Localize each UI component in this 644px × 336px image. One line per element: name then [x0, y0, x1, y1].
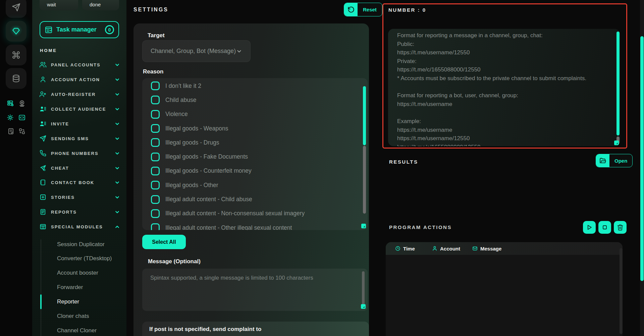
- reason-list-scrollbar-track[interactable]: [363, 146, 366, 214]
- placeholder-line: Private:: [397, 58, 607, 67]
- table-scrollbar-track[interactable]: [620, 248, 623, 334]
- rail-gem-button[interactable]: [6, 21, 26, 42]
- reason-row[interactable]: Illegal adult content - Non-consensual s…: [142, 207, 368, 221]
- number-input-textarea[interactable]: Format for reporting a message in a chan…: [388, 29, 620, 146]
- submenu-active-indicator: [40, 294, 42, 309]
- reason-row[interactable]: Illegal adult content - Other illegal se…: [142, 221, 368, 230]
- webcam-icon[interactable]: [18, 100, 25, 107]
- reason-checkbox[interactable]: [151, 124, 160, 133]
- reason-checkbox[interactable]: [151, 209, 160, 218]
- submenu-reporter[interactable]: Reporter: [57, 298, 79, 305]
- chevron-down-icon: [236, 48, 242, 54]
- number-scrollbar-thumb[interactable]: [616, 32, 620, 135]
- reason-row[interactable]: Illegal goods - Fake Documents: [142, 150, 368, 164]
- icon-rail: [0, 0, 32, 336]
- delete-button[interactable]: [614, 221, 627, 234]
- reason-row[interactable]: Child abuse: [142, 93, 368, 107]
- sidebar-item-label: PANEL ACCOUNTS: [51, 62, 110, 67]
- play-button[interactable]: [583, 221, 596, 234]
- reason-row[interactable]: Illegal adult content - Child abuse: [142, 192, 368, 206]
- number-resize-handle[interactable]: [614, 141, 619, 145]
- reason-checkbox[interactable]: [151, 223, 160, 230]
- user-icon: [432, 246, 437, 251]
- reason-option-label: Child abuse: [165, 97, 196, 104]
- page-scrollbar-thumb[interactable]: [640, 36, 644, 281]
- trash-icon: [617, 224, 624, 231]
- submenu-forwarder[interactable]: Forwarder: [57, 284, 83, 291]
- reason-row[interactable]: Illegal goods - Counterfeit money: [142, 164, 368, 178]
- rail-send-button[interactable]: [6, 0, 26, 18]
- target-select[interactable]: Channel, Group, Bot (Message): [142, 40, 251, 62]
- sidebar-item-contact-book[interactable]: CONTACT BOOK: [40, 178, 120, 186]
- reason-checkbox[interactable]: [151, 153, 160, 161]
- submenu-guideline: [41, 239, 41, 336]
- reason-list[interactable]: I don’t like it 2 Child abuse Violence I…: [142, 78, 368, 230]
- bot-gear-icon[interactable]: [7, 114, 14, 121]
- sidebar-item-sending-sms[interactable]: SENDING SMS: [40, 134, 120, 143]
- sidebar-item-account-action[interactable]: ACCOUNT ACTION: [40, 75, 120, 83]
- sidebar-item-invite[interactable]: INVITE: [40, 120, 120, 128]
- sidebar-item-label: CONTACT BOOK: [51, 180, 110, 185]
- paper-plane-plus-icon: [40, 165, 46, 171]
- message-resize-handle[interactable]: [361, 304, 366, 309]
- select-all-button[interactable]: Select All: [142, 235, 186, 249]
- reset-button[interactable]: Reset: [344, 3, 382, 16]
- rail-command-button[interactable]: [6, 45, 26, 65]
- placeholder-line: [397, 109, 607, 118]
- reason-checkbox[interactable]: [151, 96, 160, 104]
- submenu-cloner-chats[interactable]: Cloner chats: [57, 313, 89, 320]
- message-scrollbar-thumb[interactable]: [362, 271, 365, 306]
- placeholder-line: [397, 84, 607, 93]
- column-account: Account: [432, 242, 460, 255]
- sidebar-item-panel-accounts[interactable]: PANEL ACCOUNTS: [40, 61, 120, 69]
- chevron-down-icon: [114, 106, 120, 112]
- settings-title: SETTINGS: [133, 7, 168, 13]
- program-actions-title: PROGRAM ACTIONS: [389, 224, 452, 230]
- sidebar-item-auto-register[interactable]: AUTO-REGISTER: [40, 90, 120, 98]
- reason-option-label: I don’t like it 2: [165, 82, 201, 90]
- sidebar-item-cheat[interactable]: CHEAT: [40, 164, 120, 172]
- message-textarea[interactable]: Spintax supported, a single message is l…: [142, 269, 368, 311]
- clipboard-check-icon[interactable]: [7, 128, 14, 135]
- reason-list-scrollbar-thumb[interactable]: [363, 86, 366, 145]
- reason-checkbox[interactable]: [151, 167, 160, 175]
- reason-row[interactable]: Violence: [142, 107, 368, 121]
- sidebar-item-reports[interactable]: REPORTS: [40, 208, 120, 216]
- submenu-converter-tdesktop[interactable]: Converter (TDesktop): [57, 255, 112, 262]
- reason-list-resize-handle[interactable]: [361, 224, 366, 228]
- tab-done[interactable]: done: [82, 0, 119, 10]
- sidebar-item-collect-audience[interactable]: COLLECT AUDIENCE: [40, 105, 120, 113]
- code-window-icon[interactable]: [18, 114, 25, 121]
- swap-frames-icon[interactable]: [18, 128, 25, 135]
- reason-checkbox[interactable]: [151, 181, 160, 189]
- reason-row[interactable]: Illegal goods - Other: [142, 178, 368, 192]
- server-check-icon[interactable]: [7, 100, 14, 107]
- stop-button[interactable]: [598, 221, 611, 234]
- open-results-button[interactable]: Open: [596, 154, 633, 167]
- submenu-account-booster[interactable]: Account booster: [57, 269, 98, 277]
- submenu-session-duplicator[interactable]: Session Duplicator: [57, 241, 105, 248]
- rail-database-button[interactable]: [6, 68, 26, 89]
- sidebar-item-stories[interactable]: STORIES: [40, 193, 120, 201]
- chevron-down-icon: [114, 77, 120, 82]
- sidebar-item-special-modules[interactable]: SPECIAL MODULES: [40, 223, 120, 231]
- sidebar-item-phone-numbers[interactable]: PHONE NUMBERS: [40, 149, 120, 157]
- reason-row[interactable]: I don’t like it 2: [142, 79, 368, 93]
- task-manager-button[interactable]: Task manager 0: [40, 21, 119, 38]
- gem-icon: [12, 27, 20, 36]
- report-doc-icon: [40, 209, 46, 215]
- number-panel-title: NUMBER : 0: [388, 7, 426, 13]
- reason-checkbox[interactable]: [151, 195, 160, 204]
- reason-row[interactable]: Illegal goods - Drugs: [142, 135, 368, 150]
- tab-wait[interactable]: wait: [40, 0, 78, 10]
- chevron-down-icon: [114, 209, 120, 215]
- column-time: Time: [395, 242, 415, 255]
- submenu-channel-cloner[interactable]: Channel Cloner: [57, 327, 97, 334]
- placeholder-line: https://t.me/username: [397, 127, 607, 135]
- reason-option-label: Illegal goods - Fake Documents: [165, 153, 248, 160]
- reason-checkbox[interactable]: [151, 81, 160, 90]
- reason-checkbox[interactable]: [151, 138, 160, 147]
- reason-row[interactable]: Illegal goods - Weapons: [142, 121, 368, 135]
- table-header: Time Account Message: [386, 242, 623, 255]
- reason-checkbox[interactable]: [151, 110, 160, 119]
